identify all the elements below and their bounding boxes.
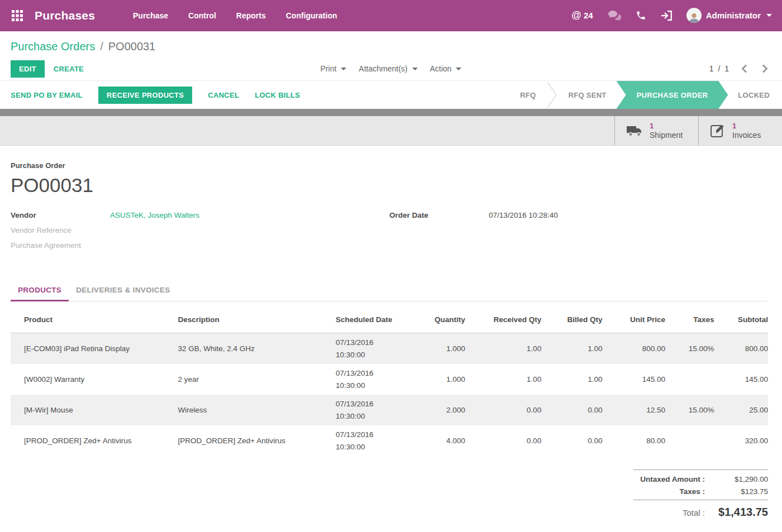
cell-billed-qty: 1.00 [541, 373, 602, 386]
action-dropdown[interactable]: Action [430, 64, 462, 73]
cancel-button[interactable]: CANCEL [208, 91, 239, 99]
cell-received-qty: 0.00 [465, 435, 541, 447]
table-header-row: Product Description Scheduled Date Quant… [11, 305, 768, 333]
state-rfq[interactable]: RFQ [510, 81, 546, 109]
cell-description: [PROD_ORDER] Zed+ Antivirus [178, 435, 336, 447]
attachments-dropdown[interactable]: Attachment(s) [359, 64, 417, 73]
shipment-label: Shipment [650, 131, 683, 140]
vendor-label: Vendor [11, 211, 110, 219]
pager-previous-icon[interactable] [738, 64, 751, 73]
untaxed-amount-value: $1,290.00 [705, 475, 768, 483]
form-sheet: Purchase Order PO00031 Vendor ASUSTeK, J… [0, 146, 782, 519]
state-locked[interactable]: LOCKED [728, 81, 782, 109]
cell-description: Wireless [178, 404, 336, 416]
breadcrumb-current: PO00031 [108, 40, 156, 53]
totals-divider [633, 500, 768, 500]
invoices-label: Invoices [732, 131, 761, 140]
cell-billed-qty: 1.00 [541, 343, 602, 355]
send-po-by-email-button[interactable]: SEND PO BY EMAIL [11, 91, 83, 99]
cell-quantity: 4.000 [401, 435, 465, 447]
cell-scheduled-date: 07/13/2016 10:30:00 [336, 429, 401, 453]
menu-control[interactable]: Control [180, 7, 224, 25]
cell-taxes: 15.00% [665, 404, 714, 416]
state-purchase-order[interactable]: PURCHASE ORDER [617, 81, 728, 109]
table-row[interactable]: [PROD_ORDER] Zed+ Antivirus [PROD_ORDER]… [11, 425, 768, 456]
shipment-stat-button[interactable]: 1 Shipment [614, 116, 698, 145]
order-date-label: Order Date [389, 211, 489, 219]
breadcrumb: Purchase Orders / PO00031 [0, 31, 782, 57]
cell-billed-qty: 0.00 [541, 435, 602, 447]
col-product[interactable]: Product [11, 305, 178, 333]
state-separator-icon [546, 81, 558, 109]
print-dropdown[interactable]: Print [321, 64, 347, 73]
cell-taxes: 15.00% [665, 343, 714, 355]
sign-in-icon[interactable] [661, 11, 672, 21]
cell-quantity: 2.000 [401, 404, 465, 416]
cell-received-qty: 0.00 [465, 404, 541, 416]
caret-down-icon [341, 68, 346, 70]
col-received-qty[interactable]: Received Qty [465, 305, 541, 333]
cell-quantity: 1.000 [401, 343, 465, 355]
edit-button[interactable]: EDIT [11, 60, 45, 78]
section-divider [0, 109, 782, 116]
cell-unit-price: 145.00 [603, 373, 665, 386]
invoices-stat-button[interactable]: 1 Invoices [698, 116, 782, 145]
caret-down-icon [456, 68, 461, 70]
totals-block: Untaxed Amount : $1,290.00 Taxes : $123.… [633, 469, 768, 519]
col-billed-qty[interactable]: Billed Qty [541, 305, 602, 333]
tab-products[interactable]: PRODUCTS [11, 281, 69, 301]
invoices-count: 1 [732, 121, 761, 131]
tab-deliveries-invoices[interactable]: DELIVERIES & INVOICES [69, 281, 177, 301]
breadcrumb-parent[interactable]: Purchase Orders [11, 40, 95, 53]
messages-counter[interactable]: @ 24 [571, 9, 593, 21]
shipment-count: 1 [650, 121, 683, 131]
menu-reports[interactable]: Reports [228, 7, 274, 25]
stat-button-strip: 1 Shipment 1 Invoices [0, 116, 782, 146]
user-menu[interactable]: Administrator [686, 8, 772, 23]
cell-quantity: 1.000 [401, 373, 465, 386]
cell-received-qty: 1.00 [465, 373, 541, 386]
cell-subtotal: 145.00 [714, 373, 769, 386]
phone-icon[interactable] [636, 10, 646, 21]
caret-down-icon [412, 68, 418, 70]
total-value: $1,413.75 [705, 506, 768, 519]
untaxed-amount-label: Untaxed Amount : [640, 475, 705, 483]
cell-product: [W0002] Warranty [11, 373, 178, 386]
cell-scheduled-date: 07/13/2016 10:30:00 [336, 337, 401, 361]
vendor-value-link[interactable]: ASUSTeK, Joseph Walters [110, 211, 199, 219]
cell-product: [M-Wir] Mouse [11, 404, 178, 416]
table-row[interactable]: [W0002] Warranty 2 year 07/13/2016 10:30… [11, 364, 768, 395]
cell-unit-price: 80.00 [603, 435, 665, 447]
receive-products-button[interactable]: RECEIVE PRODUCTS [98, 87, 192, 104]
col-description[interactable]: Description [178, 305, 336, 333]
state-rfq-sent[interactable]: RFQ SENT [558, 81, 616, 109]
pager-next-icon[interactable] [759, 64, 771, 73]
col-quantity[interactable]: Quantity [401, 305, 465, 333]
apps-grid-icon[interactable] [10, 8, 25, 23]
purchase-agreement-label: Purchase Agreement [11, 241, 110, 250]
chat-icon[interactable] [608, 10, 621, 21]
state-pipeline: RFQ RFQ SENT PURCHASE ORDER LOCKED [510, 81, 782, 109]
menu-purchase[interactable]: Purchase [125, 7, 176, 25]
app-title: Purchases [35, 9, 95, 22]
taxes-label: Taxes : [679, 487, 705, 496]
cell-product: [PROD_ORDER] Zed+ Antivirus [11, 435, 178, 447]
col-subtotal[interactable]: Subtotal [714, 305, 769, 333]
po-number-title: PO00031 [11, 174, 768, 196]
top-navbar: Purchases Purchase Control Reports Confi… [0, 0, 782, 31]
lock-bills-button[interactable]: LOCK BILLS [255, 91, 300, 99]
cell-billed-qty: 0.00 [541, 404, 602, 416]
col-taxes[interactable]: Taxes [665, 305, 714, 333]
col-scheduled-date[interactable]: Scheduled Date [336, 305, 401, 333]
table-row[interactable]: [E-COM03] iPad Retina Display 32 GB, Whi… [11, 333, 768, 364]
avatar [686, 8, 702, 23]
cell-product: [E-COM03] iPad Retina Display [11, 343, 178, 355]
menu-configuration[interactable]: Configuration [278, 7, 345, 25]
cell-subtotal: 320.00 [714, 435, 769, 447]
col-unit-price[interactable]: Unit Price [603, 305, 665, 333]
order-lines-table: Product Description Scheduled Date Quant… [11, 305, 768, 456]
table-row[interactable]: [M-Wir] Mouse Wireless 07/13/2016 10:30:… [11, 395, 768, 425]
cell-unit-price: 12.50 [603, 404, 665, 416]
create-button[interactable]: CREATE [54, 65, 84, 73]
cell-description: 32 GB, White, 2.4 GHz [178, 343, 336, 355]
